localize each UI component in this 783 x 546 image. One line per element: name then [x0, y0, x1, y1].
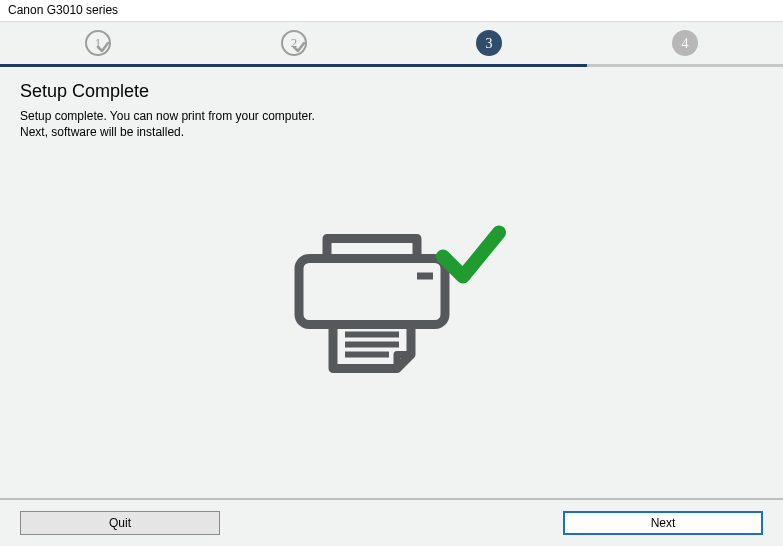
- step-4-upcoming-icon: 4: [671, 29, 699, 57]
- printer-success-graphic: [277, 223, 507, 386]
- window-title: Canon G3010 series: [8, 3, 118, 17]
- step-3-active-icon: 3: [475, 29, 503, 57]
- next-button[interactable]: Next: [563, 511, 763, 535]
- description-line-2: Next, software will be installed.: [20, 124, 763, 140]
- printer-icon: [299, 239, 445, 369]
- step-1-done-icon: 1: [84, 29, 112, 57]
- step-3-number: 3: [486, 36, 493, 51]
- titlebar: Canon G3010 series: [0, 0, 783, 22]
- description-line-1: Setup complete. You can now print from y…: [20, 108, 763, 124]
- content-area: Setup Complete Setup complete. You can n…: [0, 67, 783, 498]
- step-indicator-row: 1 2 3 4: [0, 22, 783, 64]
- step-2-done-icon: 2: [280, 29, 308, 57]
- svg-rect-5: [417, 273, 433, 280]
- footer-bar: Quit Next: [0, 498, 783, 546]
- page-heading: Setup Complete: [20, 81, 763, 102]
- step-4-number: 4: [682, 36, 689, 51]
- installer-window: Canon G3010 series 1 2 3 4 Setup Comp: [0, 0, 783, 546]
- quit-button[interactable]: Quit: [20, 511, 220, 535]
- checkmark-icon: [443, 233, 499, 277]
- svg-rect-4: [299, 259, 445, 325]
